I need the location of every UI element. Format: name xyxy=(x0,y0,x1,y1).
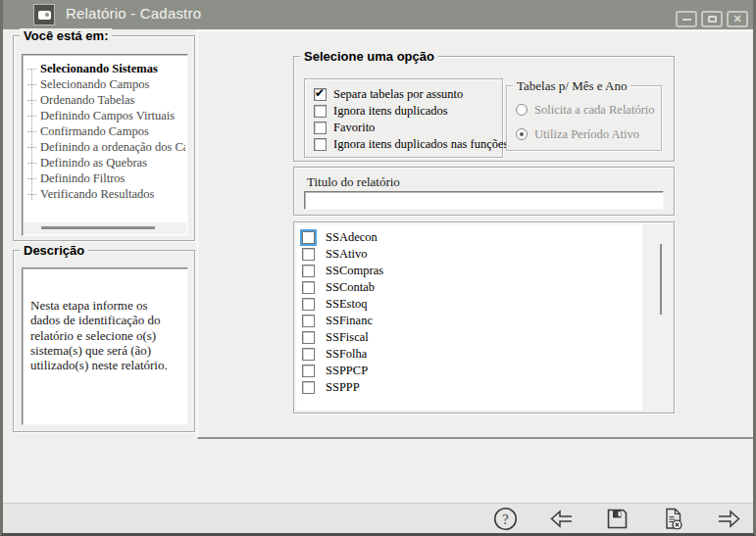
step-item[interactable]: Selecionando Sistemas xyxy=(26,61,185,76)
system-checkbox[interactable] xyxy=(302,331,315,344)
save-button[interactable] xyxy=(604,506,630,532)
checkbox-separa-tabelas[interactable] xyxy=(314,88,327,101)
radio-label: Solicita a cada Relatório xyxy=(534,103,655,118)
checkbox-favorito[interactable] xyxy=(314,122,327,134)
system-checkbox[interactable] xyxy=(302,381,315,394)
step-item[interactable]: Confirmando Campos xyxy=(26,123,185,139)
system-label: SSEstoq xyxy=(326,297,367,312)
checkbox-ignora-duplicados[interactable] xyxy=(314,105,327,118)
bottom-toolbar: ? xyxy=(3,503,753,533)
svg-text:?: ? xyxy=(502,511,508,526)
step-label: Selecionando Campos xyxy=(40,77,149,91)
system-label: SSCompras xyxy=(326,264,383,278)
step-label: Confirmando Campos xyxy=(40,124,149,138)
description-groupbox: Descrição Nesta etapa informe os dados d… xyxy=(13,250,195,432)
report-title-label: Titulo do relatório xyxy=(307,174,400,190)
step-label: Verificando Resultados xyxy=(40,187,154,201)
checkbox-label[interactable]: Favorito xyxy=(333,121,375,135)
system-label: SSFolha xyxy=(326,347,367,362)
maximize-icon xyxy=(708,16,717,23)
system-checkbox[interactable] xyxy=(302,231,315,244)
system-label: SSPPP xyxy=(326,380,360,395)
close-button[interactable]: ✕ xyxy=(727,11,748,27)
system-checkbox[interactable] xyxy=(302,348,315,361)
system-label: SSAdecon xyxy=(326,230,378,245)
system-row[interactable]: SSFinanc xyxy=(302,313,373,328)
dialog-window: Relatório - Cadastro ✕ Você está em: Sel… xyxy=(0,0,756,536)
checkbox-ignora-duplicados-funcoes[interactable] xyxy=(314,138,327,151)
options-checkbox-panel: Separa tabelas por assunto Ignora itens … xyxy=(304,78,503,158)
system-label: SSFinanc xyxy=(326,314,373,328)
system-label: SSContab xyxy=(326,280,375,295)
steps-groupbox: Você está em: Selecionando Sistemas Sele… xyxy=(13,35,195,241)
help-button[interactable]: ? xyxy=(492,506,519,532)
step-item[interactable]: Definindo Filtros xyxy=(26,171,185,186)
systems-list: SSAdecon SSAtivo SSCompras SSContab SSEs… xyxy=(296,224,642,411)
app-icon xyxy=(33,4,55,25)
client-area: Você está em: Selecionando Sistemas Sele… xyxy=(3,29,753,536)
report-title-input[interactable] xyxy=(304,191,664,210)
radio-utiliza-periodo-ativo xyxy=(516,128,528,140)
systems-vertical-scrollbar[interactable] xyxy=(642,224,672,411)
help-icon: ? xyxy=(492,506,519,532)
checkbox-label[interactable]: Separa tabelas por assunto xyxy=(333,87,463,102)
steps-tree: Selecionando Sistemas Selecionando Campo… xyxy=(26,61,185,202)
system-row[interactable]: SSCompras xyxy=(302,263,383,278)
system-row[interactable]: SSContab xyxy=(302,279,375,295)
system-row[interactable]: SSPPCP xyxy=(302,363,368,378)
minimize-icon xyxy=(682,19,691,21)
step-item[interactable]: Verificando Resultados xyxy=(26,186,185,202)
description-title: Descrição xyxy=(20,243,88,258)
steps-horizontal-scrollbar[interactable] xyxy=(24,222,186,234)
system-row[interactable]: SSPPP xyxy=(302,379,360,395)
system-checkbox[interactable] xyxy=(302,281,315,294)
back-button[interactable] xyxy=(548,506,575,532)
system-row[interactable]: SSFolha xyxy=(302,346,367,362)
system-checkbox[interactable] xyxy=(302,365,315,377)
window-title: Relatório - Cadastro xyxy=(66,5,201,22)
description-box: Nesta etapa informe os dados de identifi… xyxy=(22,268,188,425)
step-item[interactable]: Definindo Campos Virtuais xyxy=(26,108,185,123)
system-checkbox[interactable] xyxy=(302,248,315,261)
description-text: Nesta etapa informe os dados de identifi… xyxy=(23,268,187,373)
close-icon: ✕ xyxy=(732,14,741,24)
system-label: SSAtivo xyxy=(326,247,367,262)
options-group-title: Selecione uma opção xyxy=(300,49,438,64)
maximize-button[interactable] xyxy=(701,11,723,27)
system-checkbox[interactable] xyxy=(302,315,315,327)
titlebar[interactable]: Relatório - Cadastro ✕ xyxy=(3,0,753,29)
radio-label: Utiliza Período Ativo xyxy=(534,127,639,142)
step-item[interactable]: Selecionando Campos xyxy=(26,76,185,92)
step-label: Selecionando Sistemas xyxy=(40,62,158,75)
forward-button[interactable] xyxy=(716,506,742,532)
report-title-groupbox: Titulo do relatório xyxy=(293,167,675,216)
system-label: SSPPCP xyxy=(326,364,368,378)
step-item[interactable]: Definindo a ordenação dos Can xyxy=(26,139,185,155)
system-checkbox[interactable] xyxy=(302,265,315,277)
step-label: Definindo a ordenação dos Can xyxy=(40,140,185,154)
steps-list: Selecionando Sistemas Selecionando Campo… xyxy=(22,54,188,236)
step-item[interactable]: Definindo as Quebras xyxy=(26,155,185,171)
report-delete-icon xyxy=(660,506,686,532)
step-label: Ordenando Tabelas xyxy=(40,93,134,107)
main-panel: Selecione uma opção Separa tabelas por a… xyxy=(197,30,756,439)
minimize-button[interactable] xyxy=(676,11,697,27)
system-row[interactable]: SSAdecon xyxy=(302,229,378,245)
checkbox-label[interactable]: Ignora itens duplicados xyxy=(333,104,448,119)
systems-scrollbar-thumb[interactable] xyxy=(660,244,662,315)
system-row[interactable]: SSEstoq xyxy=(302,296,367,312)
step-label: Definindo as Quebras xyxy=(40,156,147,170)
period-groupbox: Tabelas p/ Mês e Ano Solicita a cada Rel… xyxy=(506,85,662,151)
report-delete-button[interactable] xyxy=(660,506,686,532)
step-label: Definindo Campos Virtuais xyxy=(40,109,175,122)
steps-group-title: Você está em: xyxy=(20,28,112,43)
checkbox-label[interactable]: Ignora itens duplicados nas funções xyxy=(333,137,508,152)
system-checkbox[interactable] xyxy=(302,298,315,311)
step-item[interactable]: Ordenando Tabelas xyxy=(26,92,185,108)
system-row[interactable]: SSFiscal xyxy=(302,329,369,345)
system-row[interactable]: SSAtivo xyxy=(302,246,367,262)
steps-scrollbar-thumb[interactable] xyxy=(41,226,155,229)
options-groupbox: Selecione uma opção Separa tabelas por a… xyxy=(293,56,675,162)
back-icon xyxy=(548,506,575,532)
forward-icon xyxy=(716,506,742,532)
